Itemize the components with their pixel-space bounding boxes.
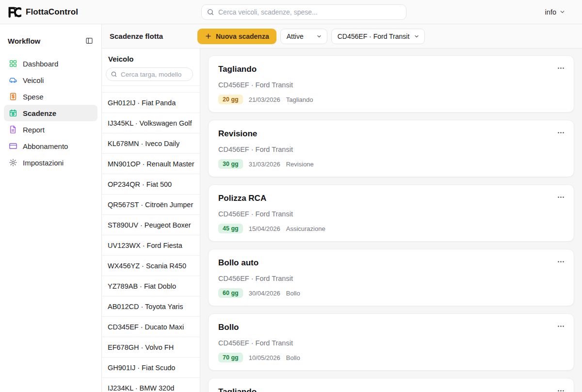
sidebar-collapse-button[interactable] [84,36,94,46]
status-filter-select[interactable]: Attive [280,29,327,44]
credit-card-icon [9,142,17,150]
ellipsis-icon [557,64,565,72]
vehicle-panel-title: Veicolo [102,49,200,67]
page-title: Scadenze flotta [110,32,194,40]
ellipsis-icon [557,129,565,137]
deadline-list: TagliandoCD456EF · Ford Transit20 gg21/0… [200,49,582,392]
vehicle-list: GH012IJ · Fiat PandaIJ345KL · Volkswagen… [102,93,200,392]
calendar-clock-icon [9,109,17,117]
deadline-meta: 20 gg21/03/2026Tagliando [218,95,564,104]
deadline-card: RevisioneCD456EF · Ford Transit30 gg31/0… [208,120,574,177]
sidebar: Workflow DashboardVeicoliSpeseScadenzeRe… [0,24,102,392]
content-area: Scadenze flotta Nuova scadenza Attive CD… [102,24,582,392]
deadline-card: BolloCD456EF · Ford Transit70 gg10/05/20… [208,313,574,371]
sidebar-item-impostazioni[interactable]: Impostazioni [4,154,97,171]
sidebar-item-label: Veicoli [23,76,44,84]
deadline-date: 31/03/2026 [249,161,280,168]
ellipsis-icon [557,322,565,330]
vehicle-list-item[interactable]: WX456YZ · Scania R450 [102,256,200,276]
vehicle-list-item[interactable]: UV123WX · Ford Fiesta [102,235,200,256]
ellipsis-icon [557,258,565,266]
new-deadline-button[interactable]: Nuova scadenza [197,29,276,44]
vehicle-list-item[interactable]: OP234QR · Fiat 500 [102,174,200,195]
account-menu-label: info [545,8,556,16]
flottacontrol-logo-icon [8,6,21,18]
vehicle-list-item[interactable]: ST890UV · Peugeot Boxer [102,215,200,235]
sidebar-item-abbonamento[interactable]: Abbonamento [4,138,97,154]
card-menu-button[interactable] [554,256,567,267]
vehicle-list-item[interactable]: MN901OP · Renault Master [102,154,200,174]
sidebar-item-spese[interactable]: Spese [4,88,97,105]
dashboard-grid-icon [9,59,17,68]
deadline-vehicle: CD456EF · Ford Transit [218,275,564,282]
sidebar-item-label: Dashboard [23,60,58,68]
chevron-down-icon [559,9,566,15]
vehicle-list-item[interactable]: GH901IJ · Fiat Scudo [102,358,200,378]
deadline-meta: 70 gg10/05/2026Bollo [218,353,564,362]
global-search [201,4,406,20]
vehicle-list-item[interactable]: IJ234KL · BMW 320d [102,378,200,392]
sidebar-nav: DashboardVeicoliSpeseScadenzeReportAbbon… [0,49,101,171]
chevron-down-icon [414,33,420,39]
card-menu-button[interactable] [554,63,567,73]
days-remaining-badge: 20 gg [218,95,243,104]
vehicle-list-item[interactable]: GH012IJ · Fiat Panda [102,93,200,113]
vehicle-panel: Veicolo GH012IJ · Fiat PandaIJ345KL · Vo… [102,49,200,392]
sidebar-item-label: Scadenze [23,109,56,117]
card-menu-button[interactable] [554,321,567,331]
deadline-date: 21/03/2026 [249,96,280,103]
vehicle-list-item[interactable]: IJ345KL · Volkswagen Golf [102,113,200,133]
deadline-category: Tagliando [286,96,313,103]
days-remaining-badge: 60 gg [218,288,243,298]
sidebar-item-report[interactable]: Report [4,121,97,138]
deadline-card: Tagliando [208,378,574,392]
deadline-category: Assicurazione [286,225,325,232]
deadline-meta: 30 gg31/03/2026Revisione [218,159,564,169]
plus-icon [205,33,212,40]
account-menu[interactable]: info [545,8,566,16]
sidebar-title: Workflow [8,37,40,45]
deadline-category: Bollo [286,354,300,361]
sidebar-item-label: Report [23,126,45,134]
deadline-title: Bollo [218,323,564,332]
global-search-input[interactable] [201,4,406,20]
brand-logo: FlottaControl [8,6,78,18]
card-menu-button[interactable] [554,385,567,392]
deadline-title: Polizza RCA [218,194,564,203]
deadline-date: 30/04/2026 [249,290,280,297]
vehicle-list-item[interactable]: EF678GH · Volvo FH [102,337,200,358]
sidebar-item-label: Spese [23,93,44,101]
card-menu-button[interactable] [554,192,567,202]
report-document-icon [9,125,17,134]
days-remaining-badge: 70 gg [218,353,243,362]
days-remaining-badge: 30 gg [218,159,243,169]
days-remaining-badge: 45 gg [218,224,243,233]
vehicle-list-item[interactable]: KL678MN · Iveco Daily [102,133,200,154]
deadline-title: Tagliando [218,387,564,392]
vehicle-search-input[interactable] [106,67,193,81]
sidebar-item-scadenze[interactable]: Scadenze [4,105,97,121]
brand-name: FlottaControl [26,7,78,17]
top-header: FlottaControl info [0,0,582,24]
deadline-date: 15/04/2026 [249,225,280,232]
card-menu-button[interactable] [554,127,567,138]
deadline-title: Bollo auto [218,258,564,268]
vehicle-search [106,67,193,81]
search-icon [207,8,214,16]
deadline-vehicle: CD456EF · Ford Transit [218,339,564,347]
vehicle-filter-select[interactable]: CD456EF · Ford Transit [331,29,425,44]
vehicle-list-item[interactable]: YZ789AB · Fiat Doblo [102,276,200,296]
receipt-icon [9,92,17,101]
vehicle-list-item[interactable]: AB012CD · Toyota Yaris [102,296,200,317]
deadline-vehicle: CD456EF · Ford Transit [218,146,564,153]
chevron-down-icon [316,33,322,39]
vehicle-list-item[interactable]: QR567ST · Citroën Jumper [102,195,200,215]
deadline-card: Polizza RCACD456EF · Ford Transit45 gg15… [208,184,574,242]
sidebar-item-dashboard[interactable]: Dashboard [4,55,97,72]
vehicle-row-partial [102,86,200,93]
deadline-title: Revisione [218,129,564,139]
search-icon [111,71,117,78]
sidebar-item-veicoli[interactable]: Veicoli [4,72,97,88]
vehicle-list-item[interactable]: CD345EF · Ducato Maxi [102,317,200,337]
deadline-category: Bollo [286,290,300,297]
